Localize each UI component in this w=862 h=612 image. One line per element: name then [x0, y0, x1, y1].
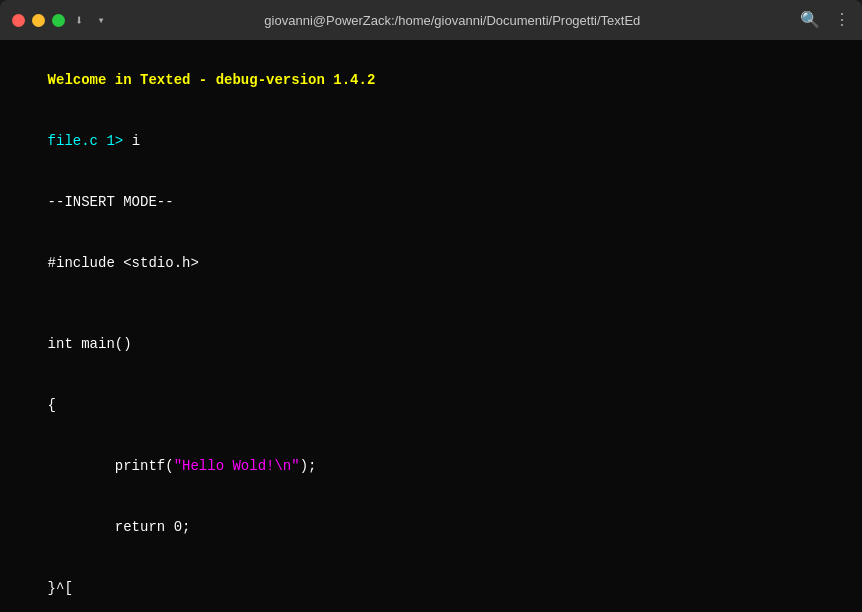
int-keyword-1: int main(): [48, 336, 132, 352]
terminal-content: Welcome in Texted - debug-version 1.4.2 …: [0, 40, 862, 612]
line-welcome: Welcome in Texted - debug-version 1.4.2: [14, 50, 848, 111]
texted-text: in Texted: [115, 72, 191, 88]
welcome-text: Welcome: [48, 72, 115, 88]
window-title: giovanni@PowerZack:/home/giovanni/Docume…: [113, 13, 792, 28]
search-icon[interactable]: 🔍: [800, 10, 820, 30]
line-insert-mode: --INSERT MODE--: [14, 172, 848, 233]
brace-open-1: {: [48, 397, 56, 413]
cmd-i: i: [132, 133, 140, 149]
line-include1: #include <stdio.h>: [14, 233, 848, 294]
insert-mode-text: --INSERT MODE--: [48, 194, 174, 210]
printf-pre-1: printf(: [48, 458, 174, 474]
line-prompt1: file.c 1> i: [14, 111, 848, 172]
download-icon: ⬇: [75, 12, 83, 29]
line-int-main1: int main(): [14, 314, 848, 375]
string-wold: "Hello Wold!\n": [174, 458, 300, 474]
close-button[interactable]: [12, 14, 25, 27]
line-brace-open1: {: [14, 375, 848, 436]
line-blank1: [14, 294, 848, 314]
version-text: - debug-version 1.4.2: [190, 72, 375, 88]
minimize-button[interactable]: [32, 14, 45, 27]
prompt-1: file.c 1>: [48, 133, 132, 149]
line-return1: return 0;: [14, 497, 848, 558]
brace-escape-text: }^[: [48, 580, 73, 596]
menu-icon[interactable]: ⋮: [834, 10, 850, 30]
line-brace-escape: }^[: [14, 557, 848, 612]
printf-post-1: );: [300, 458, 317, 474]
line-printf1: printf("Hello Wold!\n");: [14, 436, 848, 497]
maximize-button[interactable]: [52, 14, 65, 27]
include-text-1: #include <stdio.h>: [48, 255, 199, 271]
titlebar: ⬇ ▾ giovanni@PowerZack:/home/giovanni/Do…: [0, 0, 862, 40]
titlebar-actions: 🔍 ⋮: [800, 10, 850, 30]
return-1: return 0;: [48, 519, 191, 535]
chevron-down-icon: ▾: [97, 13, 104, 28]
traffic-lights: [12, 14, 65, 27]
